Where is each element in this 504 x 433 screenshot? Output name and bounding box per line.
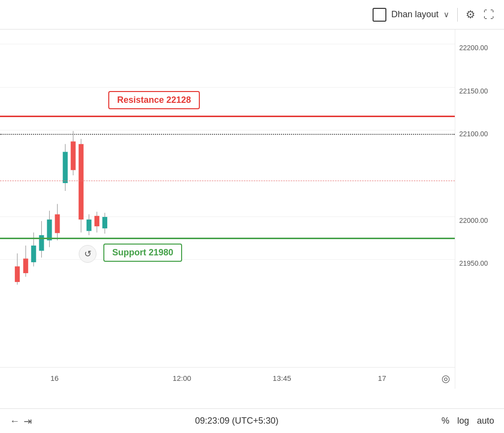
time-label-16: 16	[51, 374, 59, 382]
svg-rect-17	[79, 144, 84, 219]
time-axis: 16 12:00 13:45 17 ◎	[0, 367, 455, 389]
bottom-bar-right: % log auto	[441, 416, 494, 426]
log-label[interactable]: log	[457, 416, 469, 426]
svg-rect-9	[47, 219, 52, 240]
auto-label[interactable]: auto	[477, 416, 494, 426]
price-label-21950: 21950.00	[459, 259, 488, 267]
time-label-1200: 12:00	[173, 374, 191, 382]
layout-square-icon	[373, 8, 386, 22]
resistance-line	[0, 116, 455, 117]
gear-icon[interactable]: ⚙	[466, 8, 475, 21]
sidebar-icon[interactable]: ⇥	[24, 415, 32, 427]
top-bar: Dhan layout ∨ ⚙ ⛶	[0, 0, 504, 30]
bottom-bar: ← ⇥ 09:23:09 (UTC+5:30) % log auto	[0, 408, 504, 433]
candles-area	[0, 30, 455, 389]
svg-rect-19	[87, 219, 92, 231]
svg-rect-15	[71, 141, 76, 170]
bottom-bar-left: ← ⇥	[10, 415, 32, 427]
svg-rect-5	[31, 246, 36, 262]
support-label: Support 21980	[103, 244, 182, 262]
svg-rect-3	[23, 259, 28, 274]
chevron-down-icon: ∨	[443, 10, 449, 19]
price-label-22000: 22000.00	[459, 216, 488, 224]
price-label-22150: 22150.00	[459, 87, 488, 95]
chart-container: Resistance 22128 ↺ Support 21980 22051.5…	[0, 30, 504, 389]
time-settings-icon[interactable]: ◎	[441, 372, 450, 384]
dotted-line	[0, 134, 455, 135]
price-label-22200: 22200.00	[459, 44, 488, 52]
layout-selector[interactable]: Dhan layout ∨	[373, 8, 449, 22]
back-icon: ←	[10, 415, 20, 427]
candlestick-chart	[0, 30, 455, 389]
divider	[457, 8, 458, 22]
price-label-22100: 22100.00	[459, 130, 488, 138]
percent-label[interactable]: %	[441, 416, 449, 426]
svg-rect-11	[55, 215, 60, 233]
expand-icon[interactable]: ⛶	[483, 8, 494, 21]
time-label-17: 17	[378, 374, 386, 382]
svg-rect-13	[63, 152, 68, 183]
support-line	[0, 238, 455, 239]
price-axis: 22200.00 22150.00 22100.00 22000.00 2195…	[455, 30, 504, 389]
time-label-1345: 13:45	[273, 374, 291, 382]
svg-rect-21	[94, 216, 99, 226]
layout-name: Dhan layout	[391, 9, 439, 20]
svg-rect-23	[102, 217, 107, 228]
svg-rect-1	[15, 266, 20, 282]
dashed-price-line	[0, 181, 455, 181]
timestamp-display: 09:23:09 (UTC+5:30)	[44, 416, 430, 426]
resistance-label: Resistance 22128	[108, 91, 200, 109]
